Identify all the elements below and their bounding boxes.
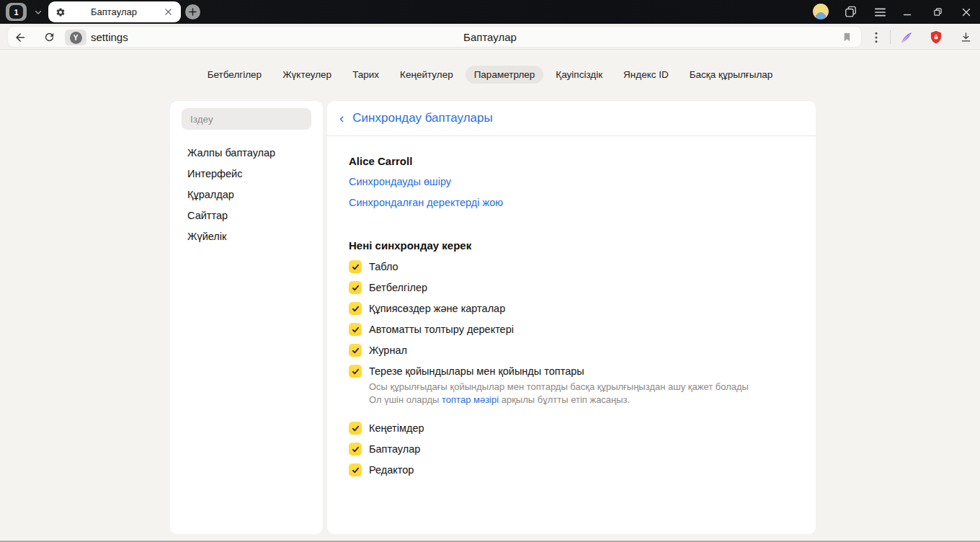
- checkbox-checked[interactable]: [349, 365, 362, 378]
- sidebar-item[interactable]: Жүйелік: [170, 226, 323, 246]
- tab-strip: 1 Баптаулар: [0, 0, 980, 24]
- option-description-line2: Ол үшін оларды топтар мәзірі арқылы бұлт…: [369, 394, 749, 406]
- minimize-icon: [903, 8, 912, 17]
- toolbar-divider: [890, 30, 891, 44]
- checkbox-checked[interactable]: [349, 323, 362, 336]
- sidebar-items: Жалпы баптаулар Интерфейс Құралдар Сайтт…: [170, 142, 323, 246]
- protect-button[interactable]: [927, 28, 945, 46]
- bookmark-flag-icon: [842, 32, 852, 43]
- checkbox-checked[interactable]: [349, 422, 362, 435]
- active-tab[interactable]: Баптаулар: [48, 1, 181, 22]
- checkbox-label: Редактор: [369, 464, 414, 476]
- yandex-browser-logo-icon: Y: [70, 32, 82, 44]
- sync-option-row[interactable]: Кеңетімдер: [349, 422, 794, 435]
- checkmark-icon: [351, 367, 360, 376]
- sync-settings-header: ‹ Синхрондау баптаулары: [327, 101, 816, 136]
- window-restore-button[interactable]: [928, 3, 947, 21]
- settings-nav-tab[interactable]: Тарих: [344, 66, 388, 84]
- collections-button[interactable]: [841, 3, 860, 21]
- download-arrow-icon: [960, 31, 972, 43]
- tab-counter-button[interactable]: 1: [6, 3, 27, 21]
- back-chevron-icon[interactable]: ‹: [339, 111, 344, 125]
- settings-nav-tab[interactable]: Яндекс ID: [615, 66, 677, 84]
- settings-nav-tabs: Бетбелгілер Жүктеулер Тарих Кеңейтулер П…: [0, 64, 980, 84]
- window-close-button[interactable]: [957, 3, 976, 21]
- more-actions-button[interactable]: [867, 28, 886, 46]
- downloads-button[interactable]: [956, 28, 975, 46]
- protect-shield-icon: [929, 30, 943, 45]
- search-input[interactable]: [182, 108, 311, 130]
- settings-nav-tab[interactable]: Бетбелгілер: [199, 66, 270, 84]
- checkmark-icon: [351, 424, 360, 433]
- back-button[interactable]: [11, 28, 30, 46]
- option-description-line1: Осы құрылғыдағы қойындылар мен топтарды …: [369, 381, 749, 394]
- sync-option-row[interactable]: Редактор: [349, 463, 794, 476]
- checkmark-icon: [351, 304, 360, 314]
- checkbox-label: Автоматты толтыру деректері: [369, 324, 514, 335]
- checkbox-label: Журнал: [369, 345, 407, 356]
- checkmark-icon: [351, 283, 360, 293]
- account-name: Alice Carroll: [349, 156, 794, 166]
- sidebar-item[interactable]: Сайттар: [170, 205, 323, 226]
- checkbox-checked[interactable]: [349, 260, 362, 273]
- sidebar-item[interactable]: Жалпы баптаулар: [170, 142, 323, 163]
- checkbox-checked[interactable]: [349, 463, 362, 476]
- window-minimize-button[interactable]: [898, 3, 917, 21]
- checkbox-checked[interactable]: [349, 443, 362, 456]
- settings-nav-tab[interactable]: Кеңейтулер: [391, 66, 462, 84]
- more-dots-icon: [875, 32, 878, 43]
- sidebar-search[interactable]: [182, 108, 311, 130]
- sync-option-row[interactable]: Журнал: [349, 344, 794, 357]
- settings-nav-tab[interactable]: Қауіпсіздік: [547, 66, 611, 84]
- tab-list-chevron-button[interactable]: [30, 4, 47, 21]
- sync-option-row[interactable]: Терезе қойындылары мен қойынды топтары О…: [349, 365, 794, 414]
- checkbox-label: Терезе қойындылары мен қойынды топтары: [369, 365, 584, 377]
- delete-synced-data-link[interactable]: Синхрондалған деректерді жою: [349, 197, 503, 208]
- settings-nav-tab[interactable]: Жүктеулер: [274, 66, 340, 84]
- sync-settings-title: Синхрондау баптаулары: [352, 111, 492, 125]
- checkbox-checked[interactable]: [349, 344, 362, 357]
- sidebar-item[interactable]: Құралдар: [170, 184, 323, 205]
- refresh-button[interactable]: [40, 28, 58, 46]
- hamburger-menu-icon: [874, 7, 886, 17]
- extension-feather-button[interactable]: [896, 28, 915, 46]
- sync-option-row[interactable]: Автоматты толтыру деректері: [349, 323, 794, 336]
- browser-window: { "window": { "tab_count": "1", "tab_tit…: [0, 0, 980, 542]
- checkmark-icon: [351, 262, 360, 272]
- refresh-icon: [43, 31, 55, 43]
- new-tab-button[interactable]: [185, 4, 200, 19]
- checkbox-label: Баптаулар: [369, 443, 420, 455]
- address-text[interactable]: settings: [91, 31, 128, 43]
- checkbox-checked[interactable]: [349, 281, 362, 294]
- checkmark-icon: [351, 325, 360, 334]
- tab-close-button[interactable]: [162, 6, 174, 18]
- tab-groups-menu-link[interactable]: топтар мәзірі: [442, 394, 499, 405]
- checkbox-label: Бетбелгілер: [369, 282, 427, 293]
- close-icon: [962, 8, 971, 17]
- browser-menu-button[interactable]: [870, 3, 889, 21]
- checkbox-checked[interactable]: [349, 302, 362, 315]
- omnibox[interactable]: [7, 26, 862, 48]
- site-badge[interactable]: Y: [65, 30, 86, 45]
- sync-option-row[interactable]: Құпиясөздер және карталар: [349, 302, 794, 315]
- checkmark-icon: [351, 445, 360, 454]
- sync-option-row[interactable]: Бетбелгілер: [349, 281, 794, 294]
- sync-settings-panel: ‹ Синхрондау баптаулары Alice Carroll Си…: [327, 101, 816, 534]
- profile-avatar[interactable]: [813, 4, 829, 19]
- sync-option-row[interactable]: Табло: [349, 260, 794, 273]
- sidebar-item[interactable]: Интерфейс: [170, 163, 323, 184]
- settings-sidebar: Жалпы баптаулар Интерфейс Құралдар Сайтт…: [170, 101, 323, 534]
- checkbox-label: Табло: [369, 261, 398, 272]
- settings-nav-tab[interactable]: Басқа құрылғылар: [681, 66, 782, 84]
- tab-title: Баптаулар: [66, 6, 162, 17]
- disable-sync-link[interactable]: Синхрондауды өшіру: [349, 177, 451, 187]
- sync-option-row[interactable]: Баптаулар: [349, 443, 794, 456]
- gear-icon: [55, 7, 66, 17]
- sync-section-title: Нені синхрондау керек: [349, 240, 794, 251]
- bookmark-button[interactable]: [837, 28, 856, 46]
- collections-icon: [844, 5, 858, 19]
- checkmark-icon: [351, 466, 360, 475]
- back-arrow-icon: [14, 31, 27, 44]
- checkbox-label: Кеңетімдер: [369, 422, 424, 434]
- settings-nav-tab[interactable]: Параметрлер: [466, 66, 544, 84]
